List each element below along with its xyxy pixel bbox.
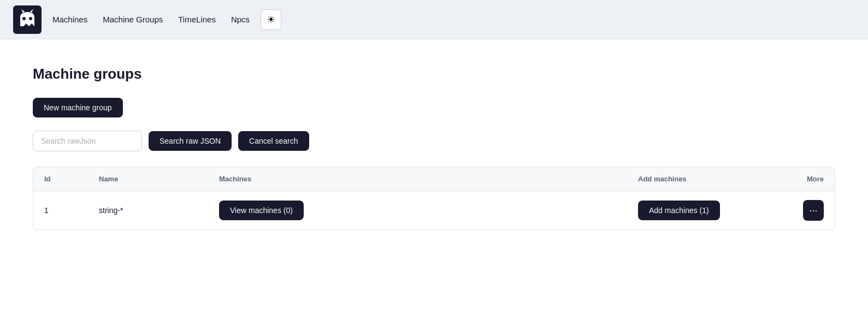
svg-point-1 — [22, 17, 26, 20]
row-name: string-* — [88, 191, 208, 230]
nav-links: Machines Machine Groups TimeLines Npcs — [52, 15, 250, 24]
row-id: 1 — [33, 191, 88, 230]
main-content: Machine groups New machine group Search … — [0, 39, 868, 318]
col-header-name: Name — [88, 167, 208, 191]
search-input[interactable] — [33, 131, 142, 151]
search-raw-json-button[interactable]: Search raw JSON — [149, 131, 232, 151]
svg-point-2 — [29, 17, 32, 20]
ellipsis-icon: ··· — [809, 205, 817, 216]
view-machines-button[interactable]: View machines (0) — [219, 201, 304, 220]
page-title: Machine groups — [33, 66, 835, 83]
cancel-search-button[interactable]: Cancel search — [238, 131, 309, 151]
col-header-machines: Machines — [208, 167, 627, 191]
new-machine-group-button[interactable]: New machine group — [33, 98, 123, 117]
nav-item-npcs[interactable]: Npcs — [231, 15, 250, 24]
table-row: 1 string-* View machines (0) Add machine… — [33, 191, 835, 230]
navbar: Machines Machine Groups TimeLines Npcs ☀ — [0, 0, 868, 39]
col-header-more: More — [769, 167, 835, 191]
add-machines-button[interactable]: Add machines (1) — [638, 201, 720, 220]
more-options-button[interactable]: ··· — [803, 200, 824, 221]
nav-item-machine-groups[interactable]: Machine Groups — [103, 15, 163, 24]
app-logo — [13, 5, 42, 34]
table-header: Id Name Machines Add machines More — [33, 167, 835, 191]
col-header-add-machines: Add machines — [627, 167, 769, 191]
col-header-id: Id — [33, 167, 88, 191]
row-more-cell: ··· — [769, 191, 835, 230]
nav-item-timelines[interactable]: TimeLines — [178, 15, 216, 24]
search-toolbar: Search raw JSON Cancel search — [33, 131, 835, 151]
new-group-toolbar: New machine group — [33, 98, 835, 117]
theme-toggle-button[interactable]: ☀ — [261, 9, 281, 30]
row-view-machines-cell: View machines (0) — [208, 191, 627, 230]
machine-groups-table: Id Name Machines Add machines More 1 str… — [33, 167, 835, 230]
row-add-machines-cell: Add machines (1) — [627, 191, 769, 230]
table-body: 1 string-* View machines (0) Add machine… — [33, 191, 835, 230]
nav-item-machines[interactable]: Machines — [52, 15, 87, 24]
sun-icon: ☀ — [267, 14, 275, 26]
